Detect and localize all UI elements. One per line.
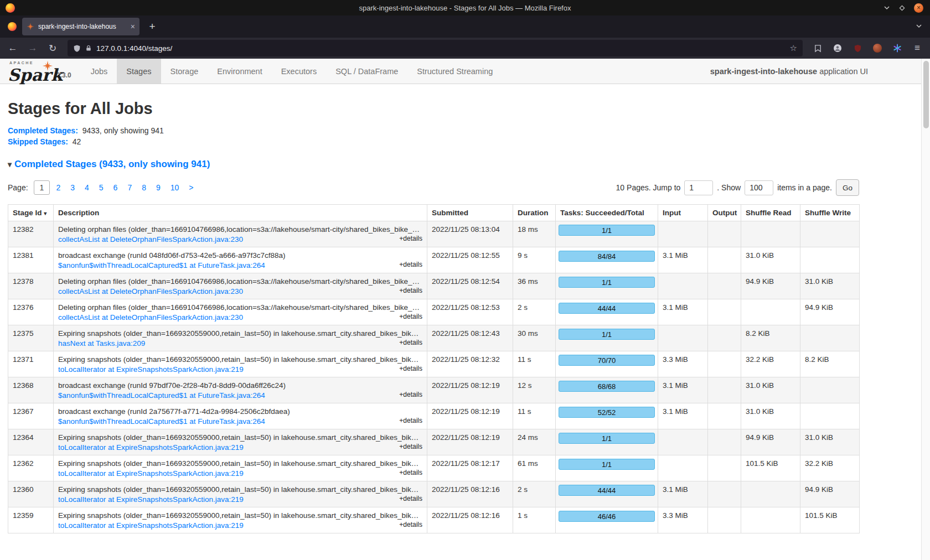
stage-id-cell: 12360 [8, 481, 54, 507]
details-toggle[interactable]: +details [399, 391, 422, 398]
shuffle-read-cell [741, 299, 800, 325]
header-shuffle-write[interactable]: Shuffle Write [800, 205, 860, 221]
input-cell: 3.1 MiB [658, 377, 708, 403]
extension-pinwheel-icon[interactable] [889, 40, 906, 56]
new-tab-button[interactable]: + [145, 19, 159, 34]
skipped-stages-link[interactable]: Skipped Stages: [8, 137, 68, 146]
details-toggle[interactable]: +details [399, 469, 422, 476]
go-button[interactable]: Go [836, 179, 859, 196]
table-header-row: Stage Id ▾ Description Submitted Duratio… [8, 205, 860, 221]
page-scrollbar[interactable] [921, 59, 930, 560]
tracking-protection-shield-icon[interactable] [73, 44, 81, 53]
hamburger-menu-button[interactable]: ≡ [909, 40, 926, 56]
page-link[interactable]: 5 [95, 181, 107, 194]
forward-button[interactable]: → [24, 40, 41, 56]
stage-description-cell: Deleting orphan files (older_than=166910… [54, 299, 427, 325]
ublock-shield-icon[interactable] [849, 40, 866, 56]
save-to-pocket-icon[interactable] [809, 40, 826, 56]
header-submitted[interactable]: Submitted [427, 205, 513, 221]
header-input[interactable]: Input [658, 205, 708, 221]
firefox-view-button[interactable] [8, 22, 17, 31]
lock-icon[interactable] [85, 44, 92, 52]
submitted-cell: 2022/11/25 08:13:04 [427, 221, 513, 247]
stage-detail-link[interactable]: $anonfun$withThreadLocalCaptured$1 at Fu… [58, 417, 265, 426]
tab-favicon-spark-icon [27, 23, 34, 30]
details-toggle[interactable]: +details [399, 287, 422, 294]
scrollbar-thumb[interactable] [923, 61, 929, 128]
page-link[interactable]: 3 [66, 181, 79, 194]
stage-detail-link[interactable]: toLocalIterator at ExpireSnapshotsSparkA… [58, 521, 244, 530]
completed-stages-link[interactable]: Completed Stages: [8, 126, 78, 135]
page-link[interactable]: 8 [138, 181, 150, 194]
input-cell: 3.1 MiB [658, 481, 708, 507]
header-shuffle-read[interactable]: Shuffle Read [741, 205, 800, 221]
tab-title: spark-ingest-into-lakehous [38, 23, 127, 30]
stage-detail-link[interactable]: collectAsList at DeleteOrphanFilesSparkA… [58, 235, 243, 243]
url-bar[interactable]: 127.0.0.1:4040/stages/ ☆ [68, 40, 803, 56]
stage-detail-link[interactable]: toLocalIterator at ExpireSnapshotsSparkA… [58, 495, 244, 504]
reload-button[interactable]: ↻ [44, 40, 61, 56]
header-duration[interactable]: Duration [513, 205, 556, 221]
header-tasks[interactable]: Tasks: Succeeded/Total [556, 205, 658, 221]
application-name: spark-ingest-into-lakehouse [710, 67, 817, 76]
spark-logo[interactable]: APACHE Spark 3.3.0 [8, 59, 71, 84]
page-link[interactable]: 4 [81, 181, 93, 194]
stage-detail-link[interactable]: toLocalIterator at ExpireSnapshotsSparkA… [58, 469, 244, 478]
browser-tab[interactable]: spark-ingest-into-lakehous × [22, 18, 140, 35]
details-toggle[interactable]: +details [399, 339, 422, 346]
nav-item-structured-streaming[interactable]: Structured Streaming [407, 59, 502, 84]
page-link[interactable]: 6 [110, 181, 122, 194]
page-current[interactable]: 1 [34, 180, 50, 195]
extension-avatar-icon[interactable] [869, 40, 886, 56]
header-stage-id[interactable]: Stage Id ▾ [8, 205, 54, 221]
bookmark-star-icon[interactable]: ☆ [790, 43, 797, 53]
url-text[interactable]: 127.0.0.1:4040/stages/ [96, 44, 172, 53]
jump-to-input[interactable] [684, 180, 713, 195]
details-toggle[interactable]: +details [399, 495, 422, 502]
details-toggle[interactable]: +details [399, 365, 422, 372]
header-description[interactable]: Description [54, 205, 427, 221]
window-close-button[interactable]: × [914, 3, 923, 13]
window-minimize-button[interactable] [884, 4, 890, 11]
page-link[interactable]: 7 [123, 181, 136, 194]
submitted-cell: 2022/11/25 08:12:16 [427, 507, 513, 533]
stage-detail-link[interactable]: toLocalIterator at ExpireSnapshotsSparkA… [58, 365, 244, 374]
account-avatar-icon[interactable] [829, 40, 846, 56]
stage-detail-link[interactable]: toLocalIterator at ExpireSnapshotsSparkA… [58, 443, 244, 452]
page-link[interactable]: 2 [52, 181, 64, 194]
details-toggle[interactable]: +details [399, 417, 422, 424]
tab-close-icon[interactable]: × [131, 22, 135, 31]
stage-detail-link[interactable]: collectAsList at DeleteOrphanFilesSparkA… [58, 313, 243, 322]
shuffle-write-cell: 31.0 KiB [800, 429, 860, 455]
stage-description-cell: Expiring snapshots (older_than=166932055… [54, 325, 427, 351]
nav-item-environment[interactable]: Environment [208, 59, 271, 84]
page-link[interactable]: 10 [167, 181, 183, 194]
stage-description-cell: Deleting orphan files (older_than=166910… [54, 221, 427, 247]
window-titlebar: spark-ingest-into-lakehouse - Stages for… [0, 0, 930, 15]
details-toggle[interactable]: +details [399, 261, 422, 268]
details-toggle[interactable]: +details [399, 443, 422, 450]
nav-item-executors[interactable]: Executors [272, 59, 326, 84]
nav-item-storage[interactable]: Storage [161, 59, 208, 84]
back-button[interactable]: ← [4, 40, 21, 56]
stage-detail-link[interactable]: hasNext at Tasks.java:209 [58, 339, 145, 348]
stage-detail-link[interactable]: collectAsList at DeleteOrphanFilesSparkA… [58, 287, 243, 295]
shuffle-read-cell: 31.0 KiB [741, 247, 800, 273]
stage-description-cell: broadcast exchange (runId 048fd06f-d753-… [54, 247, 427, 273]
completed-stages-section-header[interactable]: ▾Completed Stages (9433, only showing 94… [8, 159, 859, 170]
details-toggle[interactable]: +details [399, 235, 422, 242]
page-link-next[interactable]: > [185, 181, 197, 194]
submitted-cell: 2022/11/25 08:12:19 [427, 403, 513, 429]
page-link[interactable]: 9 [152, 181, 164, 194]
show-count-input[interactable] [745, 180, 773, 195]
list-all-tabs-button[interactable] [916, 22, 922, 32]
window-maximize-button[interactable] [899, 5, 905, 11]
details-toggle[interactable]: +details [399, 521, 422, 528]
nav-item-jobs[interactable]: Jobs [81, 59, 117, 84]
stage-detail-link[interactable]: $anonfun$withThreadLocalCaptured$1 at Fu… [58, 261, 265, 269]
header-output[interactable]: Output [708, 205, 741, 221]
nav-item-sql-dataframe[interactable]: SQL / DataFrame [326, 59, 407, 84]
stage-detail-link[interactable]: $anonfun$withThreadLocalCaptured$1 at Fu… [58, 391, 265, 400]
nav-item-stages[interactable]: Stages [117, 59, 161, 84]
details-toggle[interactable]: +details [399, 313, 422, 320]
